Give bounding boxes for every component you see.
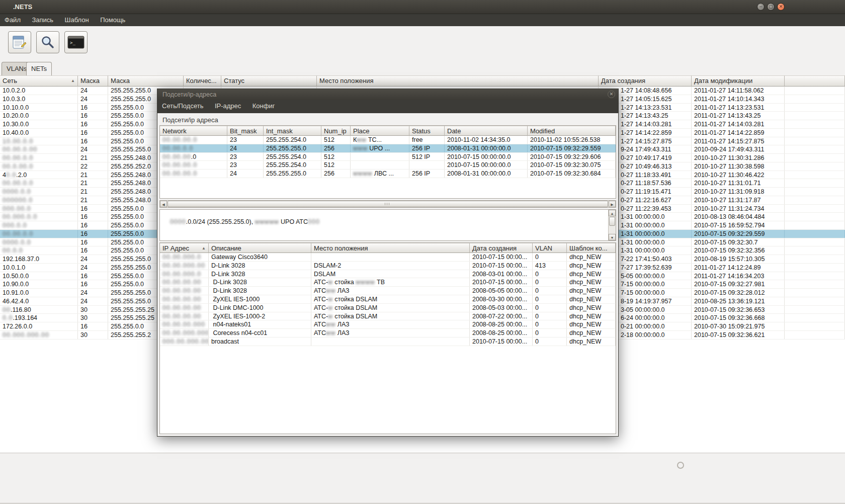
subnet-summary-textarea[interactable]: 0000.0.0/24 (255.255.255.0), ммммм UPO A… — [159, 209, 616, 241]
terminal-icon: >_ — [67, 35, 84, 49]
censored-text: 0000 — [170, 218, 186, 225]
cell — [785, 104, 845, 112]
cell: 10.00.0.0 — [0, 137, 78, 145]
cell: 2010-07-30 15:09:21.975 — [692, 322, 785, 330]
minimize-icon[interactable]: – — [757, 3, 765, 11]
dialog-menu-ip[interactable]: IP-адрес — [210, 100, 245, 112]
scroll-up-icon[interactable]: ▲ — [609, 210, 616, 216]
dialog-titlebar[interactable]: Подсети/ip-адреса ✕ — [157, 89, 618, 100]
col-header-mask[interactable]: Маска — [108, 75, 184, 87]
close-icon[interactable]: ✕ — [777, 3, 785, 11]
table-row[interactable]: 00.00.00.00 ZyXEL IES-1000АТС-м стойка D… — [160, 295, 616, 304]
window-titlebar[interactable]: .NETS – ▢ ✕ — [0, 0, 845, 14]
menu-template[interactable]: Шаблон — [60, 14, 94, 26]
col-header-bit-mask[interactable]: Bit_mask — [227, 126, 264, 136]
cell: 2010-07-15 09:32:36.668 — [692, 314, 785, 322]
cell: 2010-07-15 00:00:00.0 — [445, 153, 528, 161]
dialog-menu-config[interactable]: Конфиг — [248, 100, 280, 112]
cell — [785, 272, 845, 280]
cell: 0 — [533, 278, 567, 286]
col-header-int-mask[interactable]: Int_mask — [264, 126, 321, 136]
table-row[interactable]: 00.00.00.00 D-Link 3028АТС-м стойка мммм… — [160, 278, 616, 287]
resize-grip[interactable] — [677, 462, 684, 469]
table-row[interactable]: 00.00.0.024255.255.255.0256ммм UPO ...25… — [160, 144, 616, 153]
col-header-place[interactable]: Place — [351, 126, 409, 136]
col-header-created[interactable]: Дата создания — [599, 75, 692, 87]
toolbar: >_ — [0, 26, 845, 60]
table-row[interactable]: 00.00.000.00D-Link 3028DSLAM-22010-07-15… — [160, 262, 616, 270]
col-header-ip[interactable]: IP Адрес▲ — [160, 243, 209, 253]
col-header-location[interactable]: Место положения — [317, 75, 599, 87]
dialog-menu-subnet[interactable]: Сеть/Подсеть — [157, 100, 208, 112]
records-button[interactable] — [8, 31, 31, 53]
cell: 23 — [227, 161, 264, 169]
cell: 00.00.0.0 — [0, 179, 78, 187]
horizontal-scrollbar[interactable]: ◀ ▶ — [159, 200, 616, 208]
table-row[interactable]: 00.00.000.000 Corecess n04-cc01АТСмм ЛАЗ… — [160, 329, 616, 338]
maximize-icon[interactable]: ▢ — [767, 3, 775, 11]
cell: 24 — [78, 289, 108, 297]
cell: D-Link 3028 — [209, 278, 311, 286]
censored-text: 0000.0.0 — [3, 239, 31, 246]
cell: 24 — [227, 144, 264, 152]
terminal-button[interactable]: >_ — [64, 31, 88, 53]
censored-text: 000000.0 — [3, 197, 33, 204]
tab-nets[interactable]: NETs — [26, 62, 52, 75]
cell: dhcp_NEW — [567, 262, 616, 270]
vertical-scrollbar[interactable]: ▲ ▼ — [608, 210, 616, 240]
col-header-date[interactable]: Date — [445, 126, 528, 136]
col-header-status[interactable]: Статус — [221, 75, 317, 87]
table-row[interactable]: 00.00.00.00 D-Link DMC-1000АТС-м стойка … — [160, 304, 616, 312]
table-row[interactable]: 00.00.00.023255.255.254.0512512 IP2010-0… — [160, 153, 616, 161]
net-table-header: Сеть▲ Маска Маска Количес... Статус Мест… — [0, 75, 845, 87]
cell: free — [409, 136, 445, 144]
col-header-template[interactable]: Шаблон ко... — [567, 243, 616, 253]
col-header-description[interactable]: Описание — [209, 243, 311, 253]
menu-record[interactable]: Запись — [27, 14, 58, 26]
col-header-ip-created[interactable]: Дата создания — [470, 243, 533, 253]
scrollbar-thumb[interactable] — [167, 201, 608, 207]
sort-asc-icon: ▲ — [71, 78, 75, 83]
censored-text: мм — [326, 329, 335, 337]
sort-asc-icon: ▲ — [202, 246, 206, 250]
col-header-count[interactable]: Количес... — [184, 75, 221, 87]
col-header-subnet-modified[interactable]: Modified — [528, 126, 616, 136]
censored-text: 00.000.000.00 — [3, 331, 49, 339]
cell: 21 — [78, 154, 108, 162]
col-header-num-ip[interactable]: Num_ip — [321, 126, 351, 136]
table-row[interactable]: 00.00.000.0Gateway Cisco36402010-07-15 0… — [160, 253, 616, 262]
cell — [785, 255, 845, 263]
cell: DSLAM-2 — [311, 262, 470, 270]
table-row[interactable]: 00.00.00.00 ZyXEL IES-1000-2АТС-м стойка… — [160, 312, 616, 321]
col-header-subnet-status[interactable]: Status — [409, 126, 445, 136]
table-row[interactable]: 000.00.000.000broadcast2010-07-15 00:00.… — [160, 338, 616, 346]
dialog-close-icon[interactable]: ✕ — [608, 91, 615, 98]
scroll-right-icon[interactable]: ▶ — [609, 201, 616, 207]
table-row[interactable]: 00.00.00.000 n04-nateks01АТСмм ЛАЗ2008-0… — [160, 320, 616, 329]
table-row[interactable]: 00.00.00.023255.255.254.05122010-07-15 0… — [160, 161, 616, 170]
cell: 2008-01-31 00:00:00.0 — [445, 170, 528, 178]
table-row[interactable]: 00.00.000.0D-Link 3028DSLAM2008-03-01 00… — [160, 270, 616, 279]
cell: 512 — [321, 153, 351, 161]
scroll-down-icon[interactable]: ▼ — [609, 234, 616, 240]
col-header-ip-location[interactable]: Место положения — [311, 243, 470, 253]
scrollbar-thumb[interactable] — [609, 217, 615, 226]
scroll-left-icon[interactable]: ◀ — [160, 201, 167, 207]
cell: 2010-07-15 09:32:36.653 — [692, 306, 785, 314]
censored-text: 00.00.000.0 — [162, 271, 201, 278]
menu-help[interactable]: Помощь — [96, 14, 130, 26]
menu-file[interactable]: Файл — [0, 14, 25, 26]
cell: 2008-07-22 00:00... — [470, 312, 533, 320]
table-row[interactable]: 00.00.00.00 D-Link 3028АТСмм ЛАЗ2008-05-… — [160, 287, 616, 295]
col-header-mask-bits[interactable]: Маска — [78, 75, 108, 87]
col-header-network[interactable]: Network — [160, 126, 227, 136]
col-header-net[interactable]: Сеть▲ — [0, 75, 78, 87]
cell — [785, 137, 845, 145]
table-row[interactable]: 00.00.00.024255.255.255.0256мммм ЛВС ...… — [160, 170, 616, 178]
cell: 512 — [321, 161, 351, 169]
table-row[interactable]: 00.00.00.023255.255.254.0512Кмм ТС...fre… — [160, 136, 616, 144]
col-header-vlan[interactable]: VLAN — [533, 243, 567, 253]
search-button[interactable] — [36, 31, 59, 53]
cell — [311, 338, 470, 346]
col-header-modified[interactable]: Дата модификации — [692, 75, 785, 87]
